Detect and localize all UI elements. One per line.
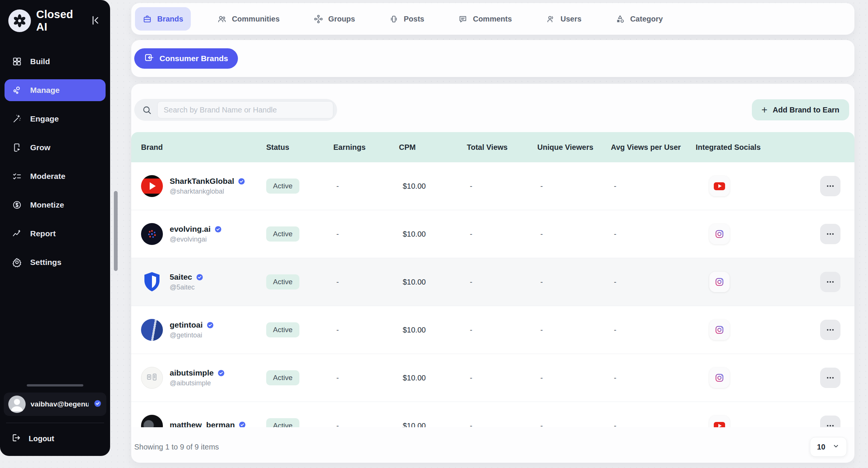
- magic-wand-icon: [12, 114, 22, 124]
- table-row[interactable]: evolving.ai @evolvingai Active - $10.00 …: [131, 210, 854, 258]
- instagram-icon: [709, 272, 730, 292]
- search-icon: [142, 105, 152, 115]
- sidebar-item-grow[interactable]: Grow: [5, 137, 106, 159]
- sidebar-item-settings[interactable]: Settings: [5, 251, 106, 273]
- sidebar-item-report[interactable]: Report: [5, 223, 106, 245]
- total-views-value: -: [470, 278, 537, 286]
- comment-icon: [458, 14, 468, 24]
- sidebar-footer: vaibhav@begenu... Logout: [0, 384, 110, 456]
- status-badge: Active: [266, 274, 299, 289]
- tab-communities[interactable]: Communities: [210, 7, 287, 31]
- table-row[interactable]: getintoai @getintoai Active - $10.00 - -…: [131, 306, 854, 354]
- instagram-icon: [709, 320, 730, 340]
- tab-users[interactable]: Users: [538, 7, 589, 31]
- page-size-select[interactable]: 10: [810, 437, 847, 457]
- tab-label: Groups: [328, 15, 355, 23]
- verified-badge-icon: [238, 421, 246, 427]
- verified-badge-icon: [238, 177, 245, 185]
- sidebar-item-moderate[interactable]: Moderate: [5, 165, 106, 187]
- consumer-brands-button[interactable]: Consumer Brands: [134, 48, 238, 69]
- build-grid-icon: [12, 57, 22, 66]
- shapes-icon: [615, 14, 625, 24]
- column-header-status: Status: [266, 143, 333, 152]
- brands-table: Brand Status Earnings CPM Total Views Un…: [131, 132, 854, 427]
- earnings-value: -: [336, 422, 399, 428]
- sidebar-item-build[interactable]: Build: [5, 51, 106, 72]
- cpm-value: $10.00: [403, 182, 467, 191]
- phone-play-icon: [12, 143, 22, 152]
- logout-icon: [11, 433, 21, 445]
- column-header-avg-views: Avg Views per User: [611, 143, 696, 152]
- sidebar-nav: Build Manage Engage Grow Moderate Moneti…: [0, 51, 110, 280]
- earnings-value: -: [336, 326, 399, 334]
- sidebar-item-label: Report: [30, 229, 56, 238]
- sidebar: Closed AI Build Manage Engage Grow Moder…: [0, 0, 110, 456]
- brand-name: SharkTankGlobal: [170, 177, 234, 186]
- status-badge: Active: [266, 418, 299, 427]
- unique-viewers-value: -: [540, 278, 611, 286]
- brand-handle: @aibutsimple: [170, 379, 225, 387]
- column-header-integrated-socials: Integrated Socials: [696, 143, 820, 152]
- sidebar-collapse-icon[interactable]: [88, 13, 103, 29]
- sidebar-horizontal-scrollbar[interactable]: [27, 384, 83, 386]
- table-row[interactable]: matthew_berman Active - $10.00 - - -: [131, 402, 854, 427]
- logout-button[interactable]: Logout: [4, 430, 106, 447]
- tab-label: Users: [561, 15, 582, 23]
- sidebar-item-manage[interactable]: Manage: [5, 79, 106, 101]
- trend-chart-icon: [12, 229, 22, 239]
- brand-avatar-matthew: [141, 415, 163, 427]
- search-input[interactable]: [157, 101, 333, 119]
- earnings-value: -: [336, 278, 399, 286]
- briefcase-icon: [143, 14, 152, 24]
- table-row[interactable]: 5aitec @5aitec Active - $10.00 - - -: [131, 258, 854, 306]
- verified-badge-icon: [94, 399, 102, 409]
- add-brand-button[interactable]: + Add Brand to Earn: [752, 99, 849, 120]
- chevron-down-icon: [832, 442, 840, 452]
- brand-handle: @getintoai: [170, 331, 214, 339]
- users-icon: [546, 14, 555, 24]
- row-actions-button[interactable]: [820, 320, 840, 340]
- user-email: vaibhav@begenu...: [31, 400, 89, 408]
- brand-handle: @5aitec: [170, 283, 204, 291]
- vertical-scrollbar-thumb[interactable]: [114, 191, 118, 271]
- sidebar-item-monetize[interactable]: Monetize: [5, 194, 106, 216]
- row-actions-button[interactable]: [820, 416, 840, 427]
- row-actions-button[interactable]: [820, 272, 840, 292]
- pagination-summary: Showing 1 to 9 of 9 items: [134, 443, 219, 451]
- youtube-icon: [709, 416, 730, 427]
- sidebar-item-engage[interactable]: Engage: [5, 108, 106, 130]
- status-badge: Active: [266, 322, 299, 337]
- logout-label: Logout: [29, 434, 54, 443]
- tab-groups[interactable]: Groups: [306, 7, 363, 31]
- total-views-value: -: [470, 374, 537, 382]
- brand-name: evolving.ai: [170, 225, 211, 234]
- row-actions-button[interactable]: [820, 224, 840, 244]
- tab-comments[interactable]: Comments: [451, 7, 519, 31]
- people-icon: [217, 14, 227, 24]
- table-row[interactable]: SharkTankGlobal @sharktankglobal Active …: [131, 162, 854, 210]
- row-actions-button[interactable]: [820, 368, 840, 388]
- instagram-icon: [709, 224, 730, 244]
- avg-views-value: -: [614, 422, 696, 428]
- cpm-value: $10.00: [403, 278, 467, 286]
- table-row[interactable]: aibutsimple @aibutsimple Active - $10.00…: [131, 354, 854, 402]
- user-account-card[interactable]: vaibhav@begenu...: [4, 393, 106, 416]
- verified-badge-icon: [206, 321, 214, 329]
- tab-brands[interactable]: Brands: [135, 7, 191, 31]
- brand-handle: @sharktankglobal: [170, 188, 245, 196]
- avg-views-value: -: [614, 230, 696, 239]
- consumer-brands-label: Consumer Brands: [159, 54, 228, 63]
- tab-category[interactable]: Category: [608, 7, 670, 31]
- brand-name: aibutsimple: [170, 368, 214, 377]
- youtube-icon: [709, 176, 730, 196]
- tab-label: Communities: [232, 15, 280, 23]
- tab-label: Comments: [473, 15, 512, 23]
- tab-posts[interactable]: Posts: [382, 7, 432, 31]
- brand-avatar-youtube: [141, 175, 163, 197]
- total-views-value: -: [470, 230, 537, 239]
- unique-viewers-value: -: [540, 230, 611, 239]
- brand-avatar-shield: [141, 271, 163, 293]
- brands-panel: + Add Brand to Earn Brand Status Earning…: [131, 84, 854, 463]
- user-avatar: [8, 396, 26, 413]
- row-actions-button[interactable]: [820, 176, 840, 196]
